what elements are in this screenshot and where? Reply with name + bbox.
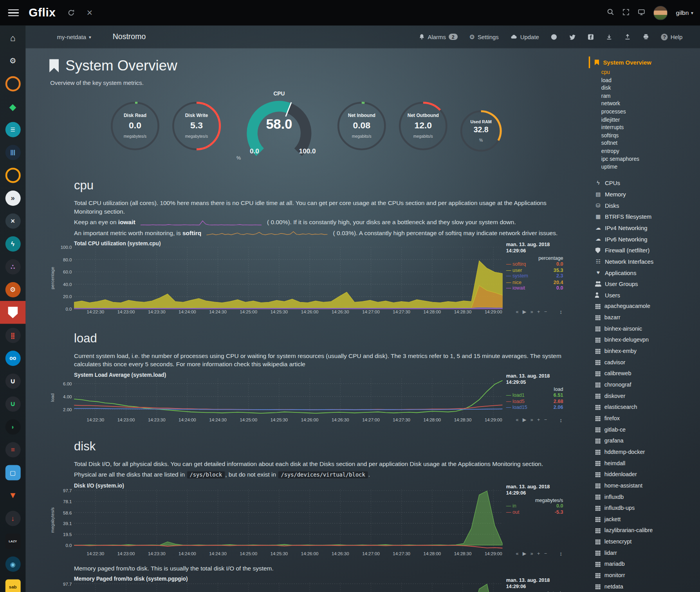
zoom-out-button[interactable]: − <box>544 309 547 315</box>
sidebar-app-dark-cross[interactable]: × <box>0 209 25 232</box>
sidebar-app-teal-stack[interactable]: ☰ <box>0 118 25 140</box>
sidebar-app-dark-green-dot[interactable]: ◗ <box>0 415 25 438</box>
menu-app-diskover[interactable]: diskover <box>595 390 700 402</box>
sidebar-app-drop[interactable]: ◉ <box>0 552 25 575</box>
menu-system-overview[interactable]: System Overview <box>595 58 700 67</box>
download-icon[interactable] <box>606 33 613 40</box>
menu-sub-softnet[interactable]: softnet <box>601 140 700 148</box>
user-menu[interactable]: gilbn▾ <box>676 9 693 16</box>
resize-handle[interactable]: ↕ <box>559 309 562 315</box>
legend-nice[interactable]: — nice20.4 <box>506 279 563 285</box>
legend-load5[interactable]: — load52.68 <box>506 398 563 404</box>
pan-left-button[interactable]: « <box>516 551 518 556</box>
menu-app-netdata[interactable]: netdata <box>595 581 700 592</box>
softirq-sparkline[interactable] <box>207 230 328 236</box>
pan-left-button[interactable]: « <box>516 309 518 315</box>
sidebar-app-sab[interactable]: sab <box>0 576 25 592</box>
zoom-out-button[interactable]: − <box>544 417 547 423</box>
settings-button[interactable]: ⚙Settings <box>469 33 499 40</box>
menu-sub-load[interactable]: load <box>601 77 700 85</box>
sidebar-app-white-chevrons[interactable]: » <box>0 187 25 209</box>
menu-sub-processes[interactable]: processes <box>601 108 700 116</box>
sidebar-app-orange-gear[interactable]: ⚙ <box>0 278 25 301</box>
zoom-in-button[interactable]: + <box>537 309 540 315</box>
legend-iowait[interactable]: — iowait0.0 <box>506 285 563 291</box>
menu-app-influxdb-ups[interactable]: influxdb-ups <box>595 503 700 514</box>
menu-sub-cpu[interactable]: cpu <box>601 68 700 76</box>
chart-toolbar[interactable]: « ▶ » + − <box>516 417 547 423</box>
facebook-icon[interactable] <box>588 33 594 40</box>
menu-sub-softirqs[interactable]: softirqs <box>601 132 700 140</box>
menu-section-ipv4-networking[interactable]: ☁IPv4 Networking <box>595 222 700 234</box>
sidebar-settings[interactable]: ⚙ <box>0 49 25 72</box>
menu-app-gitlab-ce[interactable]: gitlab-ce <box>595 424 700 435</box>
sidebar-app-green-diamond[interactable]: ◆ <box>0 95 25 118</box>
legend-load15[interactable]: — load152.06 <box>506 405 563 410</box>
pan-right-button[interactable]: » <box>530 417 533 423</box>
help-button[interactable]: ?Help <box>661 33 683 40</box>
sidebar-app-green-horseshoe[interactable]: ∪ <box>0 392 25 415</box>
menu-section-firewall-netfilter-[interactable]: Firewall (netfilter) <box>595 245 700 256</box>
pan-left-button[interactable]: « <box>516 417 518 423</box>
sidebar-app-orange-search[interactable] <box>0 164 25 186</box>
menu-app-binhex-emby[interactable]: binhex-emby <box>595 345 700 357</box>
menu-app-heimdall[interactable]: heimdall <box>595 458 700 469</box>
menu-app-grafana[interactable]: grafana <box>595 435 700 447</box>
menu-section-user-groups[interactable]: User Groups <box>595 278 700 290</box>
play-button[interactable]: ▶ <box>523 417 527 423</box>
menu-app-calibreweb[interactable]: calibreweb <box>595 368 700 380</box>
zoom-out-button[interactable]: − <box>544 551 547 556</box>
legend-user[interactable]: — user35.3 <box>506 267 563 273</box>
menu-section-btrfs-filesystem[interactable]: ▦BTRFS filesystem <box>595 211 700 223</box>
sidebar-app-red-arrow[interactable]: ↓ <box>0 507 25 529</box>
sidebar-app-lazy[interactable]: LAZY <box>0 530 25 552</box>
menu-sub-idlejitter[interactable]: idlejitter <box>601 116 700 124</box>
menu-section-applications[interactable]: ♥Applications <box>595 267 700 279</box>
server-dropdown[interactable]: my-netdata▾ <box>57 33 91 40</box>
zoom-in-button[interactable]: + <box>537 551 540 556</box>
avatar[interactable] <box>653 5 668 20</box>
menu-app-jackett[interactable]: jackett <box>595 514 700 525</box>
menu-app-bazarr[interactable]: bazarr <box>595 312 700 323</box>
legend-load1[interactable]: — load16.51 <box>506 392 563 398</box>
menu-app-elasticsearch[interactable]: elasticsearch <box>595 402 700 413</box>
chart-canvas[interactable] <box>74 378 503 417</box>
alarms-button[interactable]: Alarms 2 <box>419 33 458 40</box>
menu-app-hiddenloader[interactable]: hiddenloader <box>595 469 700 480</box>
upload-icon[interactable] <box>624 33 631 40</box>
menu-section-network-interfaces[interactable]: ☷Network Interfaces <box>595 256 700 267</box>
sidebar-app-scatter[interactable]: ∴ <box>0 255 25 278</box>
menu-sub-entropy[interactable]: entropy <box>601 148 700 155</box>
resize-handle[interactable]: ↕ <box>559 417 562 423</box>
gauge-net-inbound[interactable]: Net Inbound 0.08 megabits/s <box>336 100 388 152</box>
menu-app-cadvisor[interactable]: cadvisor <box>595 357 700 368</box>
menu-section-disks[interactable]: ⛁Disks <box>595 200 700 211</box>
sidebar-app-white-horseshoe[interactable]: ∪ <box>0 369 25 392</box>
chart-canvas[interactable] <box>74 247 503 309</box>
legend-system[interactable]: — system2.3 <box>506 273 563 279</box>
sidebar-home[interactable]: ⌂ <box>0 27 25 49</box>
sidebar-app-red-dots[interactable]: ⣿ <box>0 324 25 347</box>
menu-app-apacheguacamole[interactable]: apacheguacamole <box>595 301 700 312</box>
menu-app-monitorr[interactable]: monitorr <box>595 570 700 581</box>
menu-sub-ipc-semaphores[interactable]: ipc semaphores <box>601 155 700 163</box>
menu-sub-network[interactable]: network <box>601 100 700 108</box>
menu-app-home-assistant[interactable]: home-assistant <box>595 480 700 491</box>
menu-app-mariadb[interactable]: mariadb <box>595 559 700 570</box>
sidebar-app-orange-ring[interactable] <box>0 72 25 95</box>
menu-app-chronograf[interactable]: chronograf <box>595 379 700 390</box>
chart-toolbar[interactable]: « ▶ » + − <box>516 551 547 556</box>
menu-app-influxdb[interactable]: influxdb <box>595 491 700 503</box>
menu-app-lazylibrarian-calibre[interactable]: lazylibrarian-calibre <box>595 525 700 536</box>
menu-app-lidarr[interactable]: lidarr <box>595 547 700 559</box>
menu-app-binhex-delugevpn[interactable]: binhex-delugevpn <box>595 335 700 346</box>
chart-canvas[interactable] <box>74 489 503 551</box>
gauge-disk-read[interactable]: Disk Read 0.0 megabytes/s <box>109 100 161 152</box>
menu-section-memory[interactable]: ▤Memory <box>595 189 700 200</box>
sidebar-app-red-lines[interactable]: ≡ <box>0 438 25 461</box>
play-button[interactable]: ▶ <box>523 309 527 315</box>
gauge-cpu[interactable]: CPU 58.0 0.0 100.0 % <box>232 91 327 162</box>
iowait-sparkline[interactable] <box>141 220 262 226</box>
menu-sub-uptime[interactable]: uptime <box>601 163 700 171</box>
gauge-net-outbound[interactable]: Net Outbound 12.0 megabits/s <box>397 100 449 152</box>
